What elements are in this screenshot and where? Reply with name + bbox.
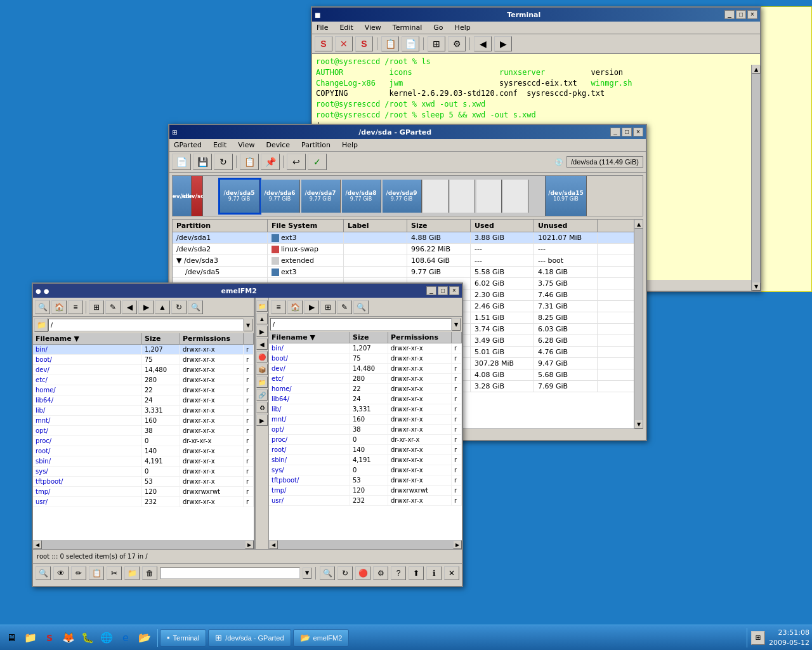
ef-hscroll-right-r[interactable]: ▶: [453, 540, 462, 549]
ef-mid-btn-7[interactable]: 📁: [256, 376, 268, 388]
list-item[interactable]: opt/ 38 drwxr-xr-x r: [33, 426, 254, 436]
ef-bottom-mkdir[interactable]: 📁: [124, 566, 140, 580]
terminal-close-btn[interactable]: ×: [747, 10, 757, 19]
taskbar-clock[interactable]: 23:51:08 2009-05-12: [769, 628, 809, 647]
terminal-tb-fullscreen[interactable]: ⊞: [428, 36, 445, 51]
taskbar-ie-icon[interactable]: e: [117, 629, 134, 647]
ef-view-btn-l[interactable]: ⊞: [89, 300, 104, 314]
list-item[interactable]: dev/ 14,480 drwxr-xr-x r: [269, 364, 462, 374]
taskbar-terminal-icon-start[interactable]: S: [41, 629, 58, 647]
terminal-scroll-down[interactable]: ▼: [752, 282, 761, 291]
ef-up-btn-l[interactable]: ▲: [155, 300, 170, 314]
ef-bottom-view[interactable]: 👁: [53, 566, 69, 580]
ef-bottom-help[interactable]: ?: [391, 566, 406, 580]
ef-bottom-pref[interactable]: ⚙: [373, 566, 388, 580]
ef-bottom-close[interactable]: ✕: [444, 566, 459, 580]
ef-mid-btn-5[interactable]: 🔴: [256, 351, 268, 362]
terminal-menu-edit[interactable]: Edit: [337, 23, 355, 32]
list-item[interactable]: lib/ 3,331 drwxr-xr-x r: [33, 406, 254, 416]
gparted-maximize-btn[interactable]: □: [622, 128, 632, 136]
list-item[interactable]: tmp/ 120 drwxrwxrwt r: [33, 487, 254, 497]
gparted-tb-refresh[interactable]: ↻: [214, 154, 233, 170]
taskbar-bug-icon[interactable]: 🐛: [79, 629, 96, 647]
ef-col-size-r[interactable]: Size: [350, 332, 388, 343]
ef-menu-btn-l[interactable]: ≡: [68, 300, 83, 314]
ef-hscroll-track-r[interactable]: [278, 540, 453, 549]
gparted-tb-new[interactable]: 📄: [172, 154, 191, 170]
list-item[interactable]: home/ 22 drwxr-xr-x r: [269, 384, 462, 394]
ef-mid-btn-8[interactable]: 🔗: [256, 389, 268, 401]
ef-hscroll-track-l[interactable]: [42, 540, 245, 549]
list-item[interactable]: tftpboot/ 53 drwxr-xr-x r: [33, 477, 254, 487]
gparted-close-btn[interactable]: ×: [633, 128, 643, 136]
list-item[interactable]: sbin/ 4,191 drwxr-xr-x r: [269, 455, 462, 465]
ef-search-btn-r[interactable]: 🔍: [353, 300, 369, 314]
emelfm2-maximize-btn[interactable]: □: [438, 286, 448, 295]
ef-home-btn-l[interactable]: 🏠: [51, 300, 67, 314]
taskbar-filemanager-icon[interactable]: 📁: [22, 629, 39, 647]
list-item[interactable]: root/ 140 drwxr-xr-x r: [269, 445, 462, 455]
list-item[interactable]: opt/ 38 drwxr-xr-x r: [269, 425, 462, 435]
taskbar-gparted-btn[interactable]: ⊞ /dev/sda - GParted: [208, 629, 291, 647]
gparted-disk-dropdown[interactable]: /dev/sda (114.49 GiB): [566, 156, 643, 168]
emelfm2-close-btn[interactable]: ×: [449, 286, 459, 295]
terminal-titlebar[interactable]: ■ Terminal _ □ ×: [312, 8, 760, 22]
terminal-tb-paste[interactable]: 📋: [381, 36, 399, 51]
list-item[interactable]: root/ 140 drwxr-xr-x r: [33, 446, 254, 456]
ef-view-btn-r[interactable]: ⊞: [320, 300, 336, 314]
ef-hscroll-left-r[interactable]: ◀: [269, 540, 278, 549]
list-item[interactable]: mnt/ 160 drwxr-xr-x r: [269, 415, 462, 425]
terminal-menu-go[interactable]: Go: [431, 23, 445, 32]
list-item[interactable]: dev/ 14,480 drwxr-xr-x r: [33, 365, 254, 375]
list-item[interactable]: home/ 22 drwxr-xr-x r: [33, 385, 254, 395]
gparted-menu-partition[interactable]: Partition: [299, 140, 332, 150]
ef-bottom-search2[interactable]: 🔍: [320, 566, 335, 580]
pv-sda7[interactable]: /dev/sda7 9.77 GiB: [301, 180, 341, 213]
ef-cmd-dropdown[interactable]: ▼: [303, 567, 311, 579]
ef-hscrollbar-l[interactable]: ◀ ▶: [33, 540, 254, 549]
terminal-menu-help[interactable]: Help: [453, 23, 473, 32]
list-item[interactable]: sys/ 0 drwxr-xr-x r: [33, 467, 254, 477]
terminal-minimize-btn[interactable]: _: [724, 10, 735, 19]
emelfm2-left-file-list[interactable]: bin/ 1,207 drwxr-xr-x r boot/ 75 drwxr-x…: [33, 345, 254, 540]
taskbar-desktop-icon[interactable]: 🖥: [3, 629, 20, 647]
ef-col-perm-r[interactable]: Permissions: [388, 332, 452, 343]
list-item[interactable]: boot/ 75 drwxr-xr-x r: [33, 355, 254, 365]
list-item[interactable]: lib/ 3,331 drwxr-xr-x r: [269, 404, 462, 415]
ef-home-btn-r[interactable]: 🏠: [287, 300, 303, 314]
ef-edit-btn-r[interactable]: ✎: [337, 300, 352, 314]
gparted-scrollbar[interactable]: ▲ ▼: [634, 220, 643, 428]
taskbar-firefox-icon[interactable]: 🦊: [60, 629, 77, 647]
terminal-tb-copy[interactable]: S: [355, 36, 373, 51]
ef-bottom-reload[interactable]: ↻: [337, 566, 353, 580]
terminal-scroll-track[interactable]: [752, 74, 760, 282]
gparted-scroll-track[interactable]: [634, 229, 643, 420]
emelfm2-titlebar[interactable]: ● ● emelFM2 _ □ ×: [33, 284, 462, 298]
terminal-tb-prefs[interactable]: ⚙: [448, 36, 466, 51]
ef-path-dropdown-l[interactable]: ▼: [244, 319, 252, 331]
gparted-menu-gparted[interactable]: GParted: [172, 140, 204, 150]
ef-hscrollbar-r[interactable]: ◀ ▶: [269, 540, 462, 549]
ef-mid-btn-6[interactable]: 📦: [256, 364, 268, 375]
ef-col-size-l[interactable]: Size: [142, 333, 180, 344]
table-row[interactable]: /dev/sda5 ext3 9.77 GiB 5.58 GiB 4.18 Gi…: [173, 267, 643, 278]
pv-sda9[interactable]: /dev/sda9 9.77 GiB: [383, 180, 422, 213]
ef-col-name-l[interactable]: Filename ▼: [33, 333, 142, 344]
list-item[interactable]: sys/ 0 drwxr-xr-x r: [269, 465, 462, 475]
ef-col-perm-l[interactable]: Permissions: [180, 333, 244, 344]
ef-mid-btn-9[interactable]: ♻: [256, 402, 268, 413]
list-item[interactable]: mnt/ 160 drwxr-xr-x r: [33, 416, 254, 426]
gparted-tb-undo[interactable]: ↩: [287, 154, 306, 170]
gparted-tb-paste[interactable]: 📌: [261, 154, 280, 170]
emelfm2-right-file-list[interactable]: bin/ 1,207 drwxr-xr-x r boot/ 75 drwxr-x…: [269, 343, 462, 540]
terminal-tb-copy2[interactable]: 📄: [402, 36, 419, 51]
list-item[interactable]: lib64/ 24 drwxr-xr-x r: [33, 395, 254, 406]
table-row[interactable]: /dev/sda1 ext3 4.88 GiB 3.88 GiB 1021.07…: [173, 232, 643, 244]
list-item[interactable]: usr/ 232 drwxr-xr-x r: [269, 496, 462, 506]
pv-sda8[interactable]: /dev/sda8 9.77 GiB: [342, 180, 381, 213]
list-item[interactable]: boot/ 75 drwxr-xr-x r: [269, 354, 462, 364]
list-item[interactable]: bin/ 1,207 drwxr-xr-x r: [269, 343, 462, 354]
list-item[interactable]: usr/ 232 drwxr-xr-x r: [33, 497, 254, 507]
ef-cmd-input[interactable]: [160, 567, 300, 579]
terminal-menu-view[interactable]: View: [363, 23, 383, 32]
